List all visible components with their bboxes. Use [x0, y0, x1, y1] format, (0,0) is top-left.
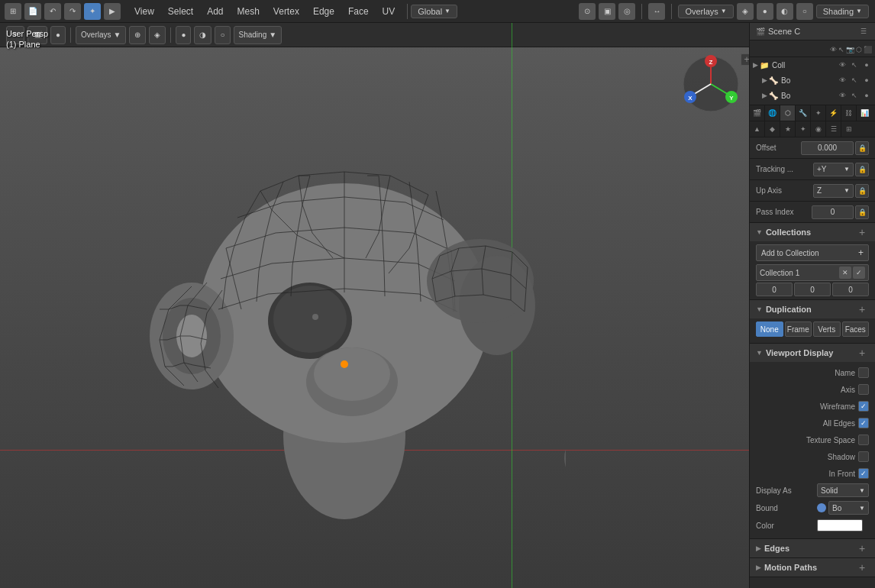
global-dropdown[interactable]: Global ▼ [411, 5, 457, 18]
edges-plus-btn[interactable]: + [855, 541, 869, 555]
axis-checkbox[interactable] [858, 384, 869, 395]
coord-z[interactable]: 0 [832, 283, 869, 296]
viewport-plus-btn[interactable]: + [741, 53, 749, 66]
menu-edge[interactable]: Edge [307, 5, 341, 18]
dup-faces-btn[interactable]: Faces [842, 321, 870, 337]
prop-tab-world[interactable]: 🌐 [765, 105, 780, 121]
wireframe-checkbox[interactable] [858, 401, 869, 412]
bound-color-dot[interactable] [817, 503, 826, 512]
redo-icon[interactable]: ↷ [64, 3, 81, 20]
menu-mesh[interactable]: Mesh [231, 5, 266, 18]
render-toggle-icon[interactable]: ● [861, 60, 872, 70]
undo-icon[interactable]: ↶ [44, 3, 61, 20]
prop-tab-object[interactable]: ⬡ [780, 105, 796, 121]
bo2-rend-icon[interactable]: ● [861, 90, 872, 101]
shading-material-icon[interactable]: ◐ [777, 3, 793, 20]
filter-icon[interactable]: ⬛ [864, 46, 872, 53]
visibility-icon[interactable]: 👁 [837, 60, 848, 70]
prop-tab-2g[interactable]: ⊞ [841, 121, 857, 137]
viewport-display-header[interactable]: ▼ Viewport Display + [750, 344, 875, 362]
cursor-icon[interactable]: ↖ [838, 46, 844, 53]
prop-tab-particles[interactable]: ✦ [811, 105, 826, 121]
shadow-checkbox[interactable] [858, 451, 869, 462]
snap-icon[interactable]: ⊙ [579, 3, 596, 20]
shading-render-icon[interactable]: ○ [796, 3, 813, 20]
offset-lock-icon[interactable]: 🔒 [855, 141, 869, 155]
bo1-rend-icon[interactable]: ● [861, 75, 872, 86]
pass-index-lock-icon[interactable]: 🔒 [855, 205, 869, 219]
collections-plus-btn[interactable]: + [855, 225, 869, 239]
dup-frame-btn[interactable]: Frame [785, 321, 812, 337]
prop-tab-physics[interactable]: ⚡ [826, 105, 841, 121]
menu-uv[interactable]: UV [376, 5, 402, 18]
name-checkbox[interactable] [858, 367, 869, 378]
prop-tab-scene[interactable]: 🎬 [750, 105, 765, 121]
shading-solid-icon[interactable]: ● [757, 3, 773, 20]
prop-tab-2f[interactable]: ☰ [826, 121, 841, 137]
bo1-vis-icon[interactable]: 👁 [837, 75, 848, 86]
prop-tab-2b[interactable]: ◆ [765, 121, 780, 137]
menu-vertex[interactable]: Vertex [267, 5, 305, 18]
display-as-dropdown[interactable]: Solid ▼ [817, 483, 869, 497]
in-front-checkbox[interactable] [858, 468, 869, 479]
viewport-display-plus-btn[interactable]: + [855, 346, 869, 360]
mode-icon[interactable]: ✦ [84, 3, 101, 20]
file-icon[interactable]: 📄 [24, 3, 41, 20]
menu-select[interactable]: Select [162, 5, 199, 18]
shading-dropdown[interactable]: Shading ▼ [816, 5, 869, 18]
viewport-gizmo-btn[interactable]: ⊕ [129, 26, 146, 44]
up-axis-lock-icon[interactable]: 🔒 [855, 184, 869, 198]
viewport-xray-btn[interactable]: ◈ [149, 26, 166, 44]
texture-space-checkbox[interactable] [858, 435, 869, 445]
eye-icon[interactable]: 👁 [830, 46, 837, 53]
snap-type-icon[interactable]: ▣ [599, 3, 615, 20]
object-icon[interactable]: ⬡ [856, 46, 862, 53]
scene-filter-icon[interactable]: ☰ [858, 26, 869, 37]
collection-1-remove-btn[interactable]: ✕ [839, 267, 851, 279]
prop-tab-2c[interactable]: ★ [780, 121, 796, 137]
render-icon[interactable]: ▶ [104, 3, 121, 20]
color-swatch[interactable] [817, 519, 863, 531]
coord-y[interactable]: 0 [794, 283, 831, 296]
viewport-rendered-btn[interactable]: ○ [215, 26, 230, 44]
tracking-dropdown[interactable]: +Y ▼ [813, 163, 854, 176]
viewport-mode-btn[interactable]: Shading ▼ [234, 26, 283, 44]
menu-view[interactable]: View [128, 5, 160, 18]
dup-none-btn[interactable]: None [756, 321, 783, 337]
motion-paths-header[interactable]: ▶ Motion Paths + [750, 558, 875, 577]
edges-header[interactable]: ▶ Edges + [750, 539, 875, 557]
tracking-lock-icon[interactable]: 🔒 [855, 163, 869, 176]
duplication-header[interactable]: ▼ Duplication + [750, 300, 875, 318]
menu-add[interactable]: Add [201, 5, 229, 18]
bound-dropdown[interactable]: Bo ▼ [828, 501, 869, 515]
dup-verts-btn[interactable]: Verts [813, 321, 841, 337]
proportional-icon[interactable]: ◎ [618, 3, 635, 20]
collection-1-check-btn[interactable]: ✓ [853, 267, 865, 279]
overlays-dropdown[interactable]: Overlays ▼ [678, 5, 733, 18]
menu-face[interactable]: Face [342, 5, 375, 18]
prop-tab-2e[interactable]: ◉ [811, 121, 826, 137]
pass-index-value[interactable]: 0 [812, 205, 854, 219]
duplication-plus-btn[interactable]: + [855, 302, 869, 316]
collections-header[interactable]: ▼ Collections + [750, 223, 875, 241]
coord-x[interactable]: 0 [756, 283, 793, 296]
add-collection-btn[interactable]: Add to Collection + [756, 244, 869, 261]
bo1-sel-icon[interactable]: ↖ [849, 75, 860, 86]
viewport-solid-btn[interactable]: ● [176, 26, 191, 44]
prop-tab-modifier[interactable]: 🔧 [796, 105, 811, 121]
all-edges-checkbox[interactable] [858, 418, 869, 428]
up-axis-dropdown[interactable]: Z ▼ [813, 184, 854, 198]
outliner-item-bo2[interactable]: ▶ 🦴 Bo 👁 ↖ ● [750, 88, 875, 103]
motion-paths-plus-btn[interactable]: + [855, 561, 869, 574]
outliner-item-coll[interactable]: ▶ 📁 Coll 👁 ↖ ● [750, 57, 875, 73]
outliner-item-bo1[interactable]: ▶ 🦴 Bo 👁 ↖ ● [750, 73, 875, 88]
render-icon[interactable]: 📷 [846, 46, 854, 53]
transform-icon[interactable]: ↔ [648, 3, 665, 20]
bo2-vis-icon[interactable]: 👁 [837, 90, 848, 101]
viewport-overlays-btn[interactable]: Overlays ▼ [76, 26, 126, 44]
viewport-material-btn[interactable]: ◑ [194, 26, 211, 44]
prop-tab-2d[interactable]: ✦ [796, 121, 811, 137]
offset-value[interactable]: 0.000 [801, 141, 854, 155]
blender-menu-icon[interactable]: ⊞ [5, 3, 21, 20]
bo2-sel-icon[interactable]: ↖ [849, 90, 860, 101]
